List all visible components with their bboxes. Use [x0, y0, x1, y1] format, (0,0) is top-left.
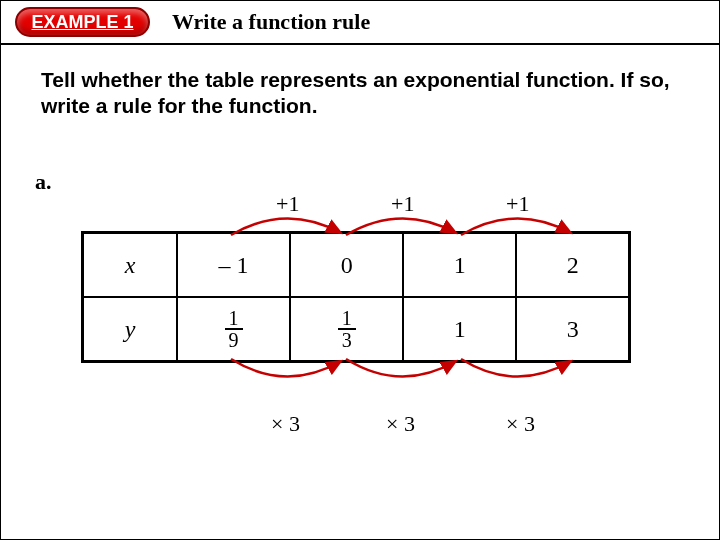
cell: 0: [290, 233, 403, 298]
cell: 1 3: [290, 297, 403, 362]
cell: 1: [403, 297, 516, 362]
top-step: +1: [276, 191, 299, 217]
cell: – 1: [177, 233, 290, 298]
badge-text: EXAMPLE 1: [31, 12, 133, 33]
denominator: 3: [338, 330, 356, 350]
top-step: +1: [506, 191, 529, 217]
slide: EXAMPLE 1 Write a function rule Tell whe…: [0, 0, 720, 540]
example-badge: EXAMPLE 1: [15, 7, 150, 37]
table-stage: +1 +1 +1 x – 1 0 1 2 y: [81, 231, 631, 363]
xy-table: x – 1 0 1 2 y 1 9 1 3: [81, 231, 631, 363]
bottom-step: × 3: [506, 411, 535, 437]
prompt-text: Tell whether the table represents an exp…: [1, 45, 719, 120]
header-bar: EXAMPLE 1 Write a function rule: [1, 1, 719, 45]
cell: 1: [403, 233, 516, 298]
row-header-x: x: [83, 233, 178, 298]
cell: 2: [516, 233, 629, 298]
part-label: a.: [35, 169, 52, 195]
numerator: 1: [338, 308, 356, 330]
cell: 1 9: [177, 297, 290, 362]
table-row: x – 1 0 1 2: [83, 233, 630, 298]
table-row: y 1 9 1 3 1 3: [83, 297, 630, 362]
bottom-step: × 3: [271, 411, 300, 437]
numerator: 1: [225, 308, 243, 330]
cell: 3: [516, 297, 629, 362]
fraction: 1 9: [225, 308, 243, 350]
slide-title: Write a function rule: [172, 9, 370, 35]
bottom-step: × 3: [386, 411, 415, 437]
top-step: +1: [391, 191, 414, 217]
denominator: 9: [225, 330, 243, 350]
row-header-y: y: [83, 297, 178, 362]
fraction: 1 3: [338, 308, 356, 350]
